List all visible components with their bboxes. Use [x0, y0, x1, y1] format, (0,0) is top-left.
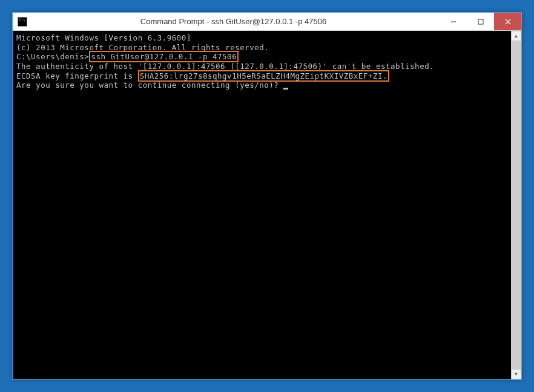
- console-area: Microsoft Windows [Version 6.3.9600](c) …: [13, 31, 521, 379]
- console-line: C:\Users\denis>ssh GitUser@127.0.0.1 -p …: [16, 52, 507, 62]
- minimize-icon: [450, 19, 457, 25]
- confirm-prompt: Are you sure you want to continue connec…: [16, 80, 283, 90]
- vertical-scrollbar[interactable]: ▲ ▼: [511, 31, 521, 379]
- maximize-button[interactable]: [467, 13, 494, 30]
- text-cursor: [283, 88, 288, 90]
- cmd-icon: [18, 17, 27, 27]
- highlighted-fingerprint: SHA256:lrg27s8sqhgv1H5eRSaELZH4MgZEiptKX…: [138, 70, 389, 82]
- command-prompt-window: Command Prompt - ssh GitUser@127.0.0.1 -…: [12, 12, 522, 380]
- scroll-thumb[interactable]: [511, 41, 521, 369]
- console-line: Are you sure you want to continue connec…: [16, 80, 507, 90]
- highlighted-command: ssh GitUser@127.0.0.1 -p 47506: [89, 51, 239, 62]
- fingerprint-prefix: ECDSA key fingerprint is: [16, 71, 138, 80]
- close-icon: [505, 19, 511, 25]
- console-line: Microsoft Windows [Version 6.3.9600]: [16, 33, 507, 43]
- scroll-down-button[interactable]: ▼: [511, 369, 521, 379]
- console-content[interactable]: Microsoft Windows [Version 6.3.9600](c) …: [13, 31, 511, 379]
- window-title: Command Prompt - ssh GitUser@127.0.0.1 -…: [27, 17, 440, 26]
- window-controls: [440, 13, 521, 30]
- scroll-track[interactable]: [511, 41, 521, 369]
- minimize-button[interactable]: [440, 13, 467, 30]
- console-line: ECDSA key fingerprint is SHA256:lrg27s8s…: [16, 71, 507, 81]
- close-button[interactable]: [494, 13, 521, 30]
- prompt-prefix: C:\Users\denis>: [16, 52, 89, 61]
- titlebar[interactable]: Command Prompt - ssh GitUser@127.0.0.1 -…: [13, 13, 521, 31]
- maximize-icon: [478, 19, 484, 25]
- scroll-up-button[interactable]: ▲: [511, 31, 521, 41]
- svg-rect-1: [478, 19, 483, 24]
